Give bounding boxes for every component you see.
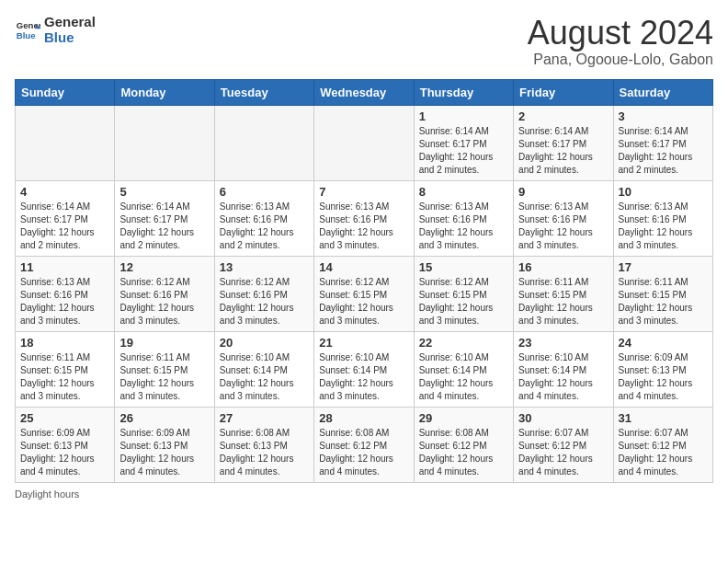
day-info: Sunrise: 6:14 AM Sunset: 6:17 PM Dayligh…: [619, 125, 708, 177]
calendar-cell: 25Sunrise: 6:09 AM Sunset: 6:13 PM Dayli…: [16, 407, 115, 482]
calendar-cell: [16, 105, 115, 180]
day-number: 23: [518, 336, 608, 350]
calendar-table: SundayMondayTuesdayWednesdayThursdayFrid…: [15, 79, 713, 483]
day-info: Sunrise: 6:14 AM Sunset: 6:17 PM Dayligh…: [518, 125, 608, 177]
day-info: Sunrise: 6:08 AM Sunset: 6:12 PM Dayligh…: [419, 427, 508, 478]
calendar-subtitle: Pana, Ogooue-Lolo, Gabon: [528, 52, 713, 68]
day-header-saturday: Saturday: [613, 79, 712, 105]
day-number: 30: [518, 411, 608, 425]
calendar-week-row: 11Sunrise: 6:13 AM Sunset: 6:16 PM Dayli…: [16, 256, 713, 331]
day-number: 29: [419, 411, 508, 425]
day-number: 19: [119, 336, 209, 350]
calendar-week-row: 25Sunrise: 6:09 AM Sunset: 6:13 PM Dayli…: [16, 407, 713, 482]
day-number: 20: [220, 336, 309, 350]
day-number: 3: [619, 109, 708, 123]
day-number: 10: [619, 185, 708, 199]
day-number: 5: [119, 185, 209, 199]
calendar-cell: 29Sunrise: 6:08 AM Sunset: 6:12 PM Dayli…: [414, 407, 513, 482]
day-info: Sunrise: 6:14 AM Sunset: 6:17 PM Dayligh…: [419, 125, 508, 177]
day-number: 21: [319, 336, 408, 350]
calendar-cell: 15Sunrise: 6:12 AM Sunset: 6:15 PM Dayli…: [414, 256, 513, 331]
calendar-cell: 9Sunrise: 6:13 AM Sunset: 6:16 PM Daylig…: [514, 180, 613, 256]
day-info: Sunrise: 6:12 AM Sunset: 6:15 PM Dayligh…: [319, 276, 408, 327]
calendar-cell: 5Sunrise: 6:14 AM Sunset: 6:17 PM Daylig…: [115, 180, 214, 256]
calendar-cell: 31Sunrise: 6:07 AM Sunset: 6:12 PM Dayli…: [613, 407, 712, 482]
day-number: 26: [119, 411, 209, 425]
title-area: August 2024 Pana, Ogooue-Lolo, Gabon: [528, 15, 713, 68]
calendar-cell: 14Sunrise: 6:12 AM Sunset: 6:15 PM Dayli…: [314, 256, 414, 331]
calendar-cell: 28Sunrise: 6:08 AM Sunset: 6:12 PM Dayli…: [314, 407, 414, 482]
day-info: Sunrise: 6:13 AM Sunset: 6:16 PM Dayligh…: [20, 276, 109, 327]
day-info: Sunrise: 6:07 AM Sunset: 6:12 PM Dayligh…: [518, 427, 608, 478]
day-info: Sunrise: 6:11 AM Sunset: 6:15 PM Dayligh…: [20, 351, 109, 403]
calendar-cell: 16Sunrise: 6:11 AM Sunset: 6:15 PM Dayli…: [514, 256, 613, 331]
day-number: 24: [619, 336, 708, 350]
day-number: 25: [20, 411, 109, 425]
day-info: Sunrise: 6:12 AM Sunset: 6:15 PM Dayligh…: [419, 276, 508, 327]
footer: Daylight hours: [15, 488, 713, 500]
calendar-header-row: SundayMondayTuesdayWednesdayThursdayFrid…: [16, 79, 713, 105]
day-number: 9: [518, 185, 608, 199]
day-number: 28: [319, 411, 408, 425]
calendar-cell: 20Sunrise: 6:10 AM Sunset: 6:14 PM Dayli…: [214, 331, 313, 407]
logo-general-text: General: [44, 15, 96, 30]
calendar-cell: 19Sunrise: 6:11 AM Sunset: 6:15 PM Dayli…: [115, 331, 214, 407]
day-header-tuesday: Tuesday: [214, 79, 313, 105]
day-info: Sunrise: 6:08 AM Sunset: 6:12 PM Dayligh…: [319, 427, 408, 478]
calendar-cell: 21Sunrise: 6:10 AM Sunset: 6:14 PM Dayli…: [314, 331, 414, 407]
day-number: 13: [220, 260, 309, 274]
day-header-friday: Friday: [514, 79, 613, 105]
calendar-cell: 24Sunrise: 6:09 AM Sunset: 6:13 PM Dayli…: [613, 331, 712, 407]
header: General Blue General Blue August 2024 Pa…: [15, 15, 713, 68]
day-header-thursday: Thursday: [414, 79, 513, 105]
day-info: Sunrise: 6:13 AM Sunset: 6:16 PM Dayligh…: [518, 201, 608, 252]
day-number: 8: [419, 185, 508, 199]
logo: General Blue General Blue: [15, 15, 96, 45]
calendar-week-row: 18Sunrise: 6:11 AM Sunset: 6:15 PM Dayli…: [16, 331, 713, 407]
calendar-cell: 18Sunrise: 6:11 AM Sunset: 6:15 PM Dayli…: [16, 331, 115, 407]
day-info: Sunrise: 6:10 AM Sunset: 6:14 PM Dayligh…: [220, 351, 309, 403]
day-number: 2: [518, 109, 608, 123]
day-info: Sunrise: 6:11 AM Sunset: 6:15 PM Dayligh…: [518, 276, 608, 327]
calendar-cell: 7Sunrise: 6:13 AM Sunset: 6:16 PM Daylig…: [314, 180, 414, 256]
day-info: Sunrise: 6:13 AM Sunset: 6:16 PM Dayligh…: [419, 201, 508, 252]
day-number: 16: [518, 260, 608, 274]
calendar-cell: 1Sunrise: 6:14 AM Sunset: 6:17 PM Daylig…: [414, 105, 513, 180]
day-info: Sunrise: 6:11 AM Sunset: 6:15 PM Dayligh…: [119, 351, 209, 403]
day-number: 27: [220, 411, 309, 425]
day-number: 17: [619, 260, 708, 274]
day-info: Sunrise: 6:09 AM Sunset: 6:13 PM Dayligh…: [619, 351, 708, 403]
day-info: Sunrise: 6:07 AM Sunset: 6:12 PM Dayligh…: [619, 427, 708, 478]
calendar-cell: 10Sunrise: 6:13 AM Sunset: 6:16 PM Dayli…: [613, 180, 712, 256]
calendar-cell: 17Sunrise: 6:11 AM Sunset: 6:15 PM Dayli…: [613, 256, 712, 331]
daylight-label: Daylight hours: [15, 488, 79, 500]
day-info: Sunrise: 6:08 AM Sunset: 6:13 PM Dayligh…: [220, 427, 309, 478]
calendar-cell: 2Sunrise: 6:14 AM Sunset: 6:17 PM Daylig…: [514, 105, 613, 180]
day-header-sunday: Sunday: [16, 79, 115, 105]
day-number: 11: [20, 260, 109, 274]
calendar-cell: 13Sunrise: 6:12 AM Sunset: 6:16 PM Dayli…: [214, 256, 313, 331]
day-info: Sunrise: 6:13 AM Sunset: 6:16 PM Dayligh…: [319, 201, 408, 252]
day-number: 4: [20, 185, 109, 199]
day-info: Sunrise: 6:09 AM Sunset: 6:13 PM Dayligh…: [119, 427, 209, 478]
calendar-cell: [214, 105, 313, 180]
calendar-cell: 3Sunrise: 6:14 AM Sunset: 6:17 PM Daylig…: [613, 105, 712, 180]
day-info: Sunrise: 6:13 AM Sunset: 6:16 PM Dayligh…: [220, 201, 309, 252]
calendar-cell: 30Sunrise: 6:07 AM Sunset: 6:12 PM Dayli…: [514, 407, 613, 482]
calendar-cell: 6Sunrise: 6:13 AM Sunset: 6:16 PM Daylig…: [214, 180, 313, 256]
calendar-cell: 26Sunrise: 6:09 AM Sunset: 6:13 PM Dayli…: [115, 407, 214, 482]
day-info: Sunrise: 6:09 AM Sunset: 6:13 PM Dayligh…: [20, 427, 109, 478]
logo-blue-text: Blue: [44, 30, 96, 46]
calendar-cell: [314, 105, 414, 180]
calendar-cell: 8Sunrise: 6:13 AM Sunset: 6:16 PM Daylig…: [414, 180, 513, 256]
day-number: 18: [20, 336, 109, 350]
day-info: Sunrise: 6:14 AM Sunset: 6:17 PM Dayligh…: [20, 201, 109, 252]
day-info: Sunrise: 6:13 AM Sunset: 6:16 PM Dayligh…: [619, 201, 708, 252]
calendar-cell: 23Sunrise: 6:10 AM Sunset: 6:14 PM Dayli…: [514, 331, 613, 407]
day-info: Sunrise: 6:12 AM Sunset: 6:16 PM Dayligh…: [119, 276, 209, 327]
day-header-monday: Monday: [115, 79, 214, 105]
day-info: Sunrise: 6:14 AM Sunset: 6:17 PM Dayligh…: [119, 201, 209, 252]
calendar-cell: 22Sunrise: 6:10 AM Sunset: 6:14 PM Dayli…: [414, 331, 513, 407]
calendar-week-row: 1Sunrise: 6:14 AM Sunset: 6:17 PM Daylig…: [16, 105, 713, 180]
calendar-cell: [115, 105, 214, 180]
